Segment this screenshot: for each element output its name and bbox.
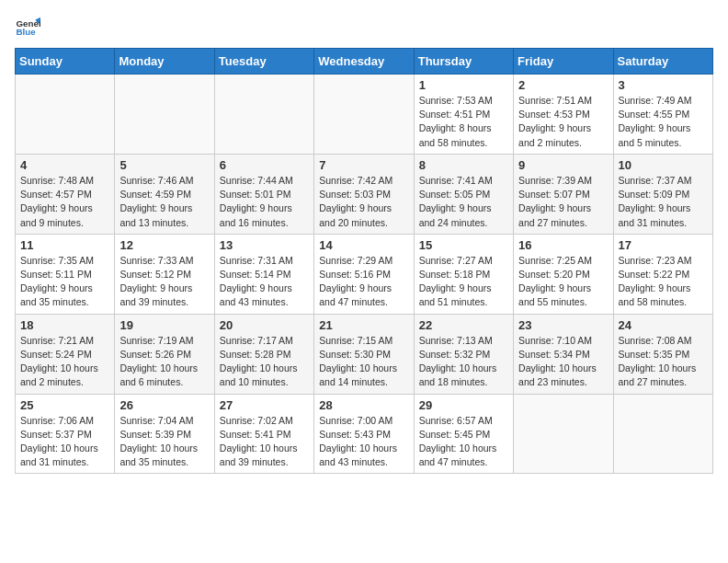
- calendar-week-row: 4Sunrise: 7:48 AM Sunset: 4:57 PM Daylig…: [16, 154, 713, 234]
- calendar-cell: 15Sunrise: 7:27 AM Sunset: 5:18 PM Dayli…: [414, 234, 513, 314]
- column-header-tuesday: Tuesday: [214, 49, 313, 75]
- day-number: 13: [220, 238, 309, 252]
- day-number: 19: [119, 318, 209, 332]
- day-info: Sunrise: 7:39 AM Sunset: 5:07 PM Dayligh…: [518, 174, 608, 230]
- day-info: Sunrise: 7:46 AM Sunset: 4:59 PM Dayligh…: [119, 174, 209, 230]
- calendar-cell: 26Sunrise: 7:04 AM Sunset: 5:39 PM Dayli…: [115, 394, 214, 474]
- day-number: 15: [419, 238, 508, 252]
- calendar-cell: [613, 394, 712, 474]
- day-info: Sunrise: 7:04 AM Sunset: 5:39 PM Dayligh…: [119, 414, 209, 470]
- day-info: Sunrise: 7:53 AM Sunset: 4:51 PM Dayligh…: [419, 94, 508, 150]
- calendar-cell: 10Sunrise: 7:37 AM Sunset: 5:09 PM Dayli…: [613, 154, 712, 234]
- day-number: 27: [220, 398, 309, 412]
- calendar-cell: 19Sunrise: 7:19 AM Sunset: 5:26 PM Dayli…: [115, 314, 214, 394]
- day-info: Sunrise: 7:48 AM Sunset: 4:57 PM Dayligh…: [20, 174, 109, 230]
- day-number: 25: [20, 398, 109, 412]
- day-number: 24: [619, 318, 708, 332]
- day-number: 29: [419, 398, 508, 412]
- day-number: 21: [319, 318, 408, 332]
- day-number: 4: [20, 158, 109, 172]
- svg-text:Blue: Blue: [16, 27, 36, 37]
- day-info: Sunrise: 7:19 AM Sunset: 5:26 PM Dayligh…: [119, 334, 209, 390]
- calendar-cell: 23Sunrise: 7:10 AM Sunset: 5:34 PM Dayli…: [514, 314, 613, 394]
- day-info: Sunrise: 7:10 AM Sunset: 5:34 PM Dayligh…: [518, 334, 608, 390]
- calendar-cell: 14Sunrise: 7:29 AM Sunset: 5:16 PM Dayli…: [314, 234, 414, 314]
- calendar-cell: [314, 75, 414, 155]
- calendar-cell: 4Sunrise: 7:48 AM Sunset: 4:57 PM Daylig…: [16, 154, 115, 234]
- day-info: Sunrise: 7:29 AM Sunset: 5:16 PM Dayligh…: [319, 254, 408, 310]
- calendar-week-row: 11Sunrise: 7:35 AM Sunset: 5:11 PM Dayli…: [16, 234, 713, 314]
- calendar-cell: 11Sunrise: 7:35 AM Sunset: 5:11 PM Dayli…: [16, 234, 115, 314]
- day-number: 28: [319, 398, 408, 412]
- day-number: 8: [419, 158, 508, 172]
- calendar-cell: 8Sunrise: 7:41 AM Sunset: 5:05 PM Daylig…: [414, 154, 513, 234]
- calendar-cell: [214, 75, 313, 155]
- column-header-sunday: Sunday: [16, 49, 115, 75]
- day-info: Sunrise: 7:31 AM Sunset: 5:14 PM Dayligh…: [220, 254, 309, 310]
- day-number: 10: [619, 158, 708, 172]
- calendar-week-row: 18Sunrise: 7:21 AM Sunset: 5:24 PM Dayli…: [16, 314, 713, 394]
- day-info: Sunrise: 7:41 AM Sunset: 5:05 PM Dayligh…: [419, 174, 508, 230]
- calendar-cell: [115, 75, 214, 155]
- calendar-cell: 22Sunrise: 7:13 AM Sunset: 5:32 PM Dayli…: [414, 314, 513, 394]
- column-header-thursday: Thursday: [414, 49, 513, 75]
- day-number: 12: [119, 238, 209, 252]
- calendar-cell: 29Sunrise: 6:57 AM Sunset: 5:45 PM Dayli…: [414, 394, 513, 474]
- day-number: 23: [518, 318, 608, 332]
- calendar-cell: 16Sunrise: 7:25 AM Sunset: 5:20 PM Dayli…: [514, 234, 613, 314]
- calendar-cell: 9Sunrise: 7:39 AM Sunset: 5:07 PM Daylig…: [514, 154, 613, 234]
- day-number: 5: [119, 158, 209, 172]
- day-info: Sunrise: 7:15 AM Sunset: 5:30 PM Dayligh…: [319, 334, 408, 390]
- calendar-cell: 7Sunrise: 7:42 AM Sunset: 5:03 PM Daylig…: [314, 154, 414, 234]
- day-number: 26: [119, 398, 209, 412]
- day-info: Sunrise: 7:37 AM Sunset: 5:09 PM Dayligh…: [619, 174, 708, 230]
- day-info: Sunrise: 7:33 AM Sunset: 5:12 PM Dayligh…: [119, 254, 209, 310]
- day-info: Sunrise: 7:02 AM Sunset: 5:41 PM Dayligh…: [220, 414, 309, 470]
- day-number: 6: [220, 158, 309, 172]
- day-number: 14: [319, 238, 408, 252]
- day-number: 17: [619, 238, 708, 252]
- day-info: Sunrise: 6:57 AM Sunset: 5:45 PM Dayligh…: [419, 414, 508, 470]
- calendar-cell: 27Sunrise: 7:02 AM Sunset: 5:41 PM Dayli…: [214, 394, 313, 474]
- calendar-week-row: 1Sunrise: 7:53 AM Sunset: 4:51 PM Daylig…: [16, 75, 713, 155]
- day-info: Sunrise: 7:06 AM Sunset: 5:37 PM Dayligh…: [20, 414, 109, 470]
- day-info: Sunrise: 7:23 AM Sunset: 5:22 PM Dayligh…: [619, 254, 708, 310]
- logo-icon: General Blue: [15, 15, 40, 40]
- day-number: 22: [419, 318, 508, 332]
- day-info: Sunrise: 7:08 AM Sunset: 5:35 PM Dayligh…: [619, 334, 708, 390]
- page-header: General Blue: [15, 15, 713, 40]
- day-info: Sunrise: 7:51 AM Sunset: 4:53 PM Dayligh…: [518, 94, 608, 150]
- day-info: Sunrise: 7:13 AM Sunset: 5:32 PM Dayligh…: [419, 334, 508, 390]
- day-info: Sunrise: 7:35 AM Sunset: 5:11 PM Dayligh…: [20, 254, 109, 310]
- day-info: Sunrise: 7:42 AM Sunset: 5:03 PM Dayligh…: [319, 174, 408, 230]
- day-number: 3: [619, 78, 708, 92]
- day-info: Sunrise: 7:21 AM Sunset: 5:24 PM Dayligh…: [20, 334, 109, 390]
- calendar-cell: 18Sunrise: 7:21 AM Sunset: 5:24 PM Dayli…: [16, 314, 115, 394]
- day-info: Sunrise: 7:27 AM Sunset: 5:18 PM Dayligh…: [419, 254, 508, 310]
- day-number: 2: [518, 78, 608, 92]
- calendar-cell: [514, 394, 613, 474]
- day-info: Sunrise: 7:00 AM Sunset: 5:43 PM Dayligh…: [319, 414, 408, 470]
- column-header-saturday: Saturday: [613, 49, 712, 75]
- calendar-cell: 20Sunrise: 7:17 AM Sunset: 5:28 PM Dayli…: [214, 314, 313, 394]
- day-info: Sunrise: 7:49 AM Sunset: 4:55 PM Dayligh…: [619, 94, 708, 150]
- calendar-cell: 17Sunrise: 7:23 AM Sunset: 5:22 PM Dayli…: [613, 234, 712, 314]
- calendar-header-row: SundayMondayTuesdayWednesdayThursdayFrid…: [16, 49, 713, 75]
- calendar-cell: 21Sunrise: 7:15 AM Sunset: 5:30 PM Dayli…: [314, 314, 414, 394]
- calendar-week-row: 25Sunrise: 7:06 AM Sunset: 5:37 PM Dayli…: [16, 394, 713, 474]
- calendar-cell: 24Sunrise: 7:08 AM Sunset: 5:35 PM Dayli…: [613, 314, 712, 394]
- day-number: 1: [419, 78, 508, 92]
- day-number: 20: [220, 318, 309, 332]
- calendar-cell: 3Sunrise: 7:49 AM Sunset: 4:55 PM Daylig…: [613, 75, 712, 155]
- day-info: Sunrise: 7:44 AM Sunset: 5:01 PM Dayligh…: [220, 174, 309, 230]
- day-number: 11: [20, 238, 109, 252]
- calendar-cell: 25Sunrise: 7:06 AM Sunset: 5:37 PM Dayli…: [16, 394, 115, 474]
- calendar-cell: [16, 75, 115, 155]
- calendar-cell: 6Sunrise: 7:44 AM Sunset: 5:01 PM Daylig…: [214, 154, 313, 234]
- column-header-wednesday: Wednesday: [314, 49, 414, 75]
- day-info: Sunrise: 7:25 AM Sunset: 5:20 PM Dayligh…: [518, 254, 608, 310]
- day-number: 18: [20, 318, 109, 332]
- calendar-cell: 2Sunrise: 7:51 AM Sunset: 4:53 PM Daylig…: [514, 75, 613, 155]
- calendar-cell: 12Sunrise: 7:33 AM Sunset: 5:12 PM Dayli…: [115, 234, 214, 314]
- day-number: 7: [319, 158, 408, 172]
